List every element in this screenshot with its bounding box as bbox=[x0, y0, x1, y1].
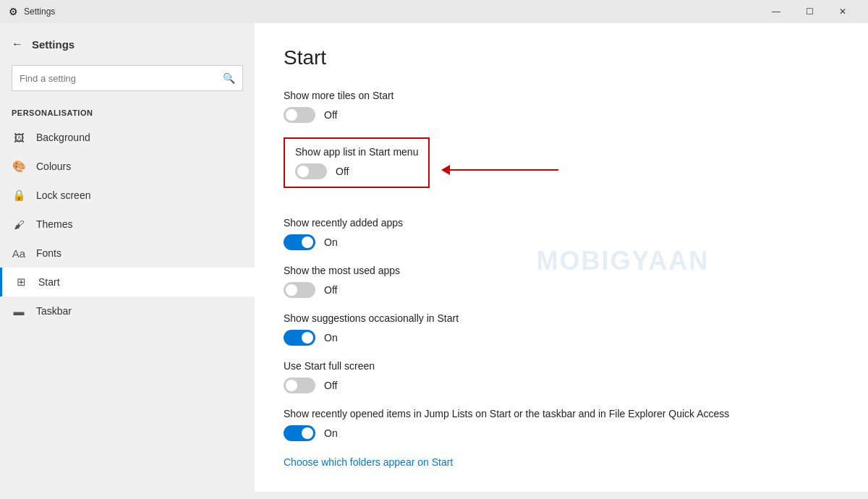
themes-icon: 🖌 bbox=[12, 217, 26, 231]
arrow-head bbox=[441, 165, 450, 175]
setting-row-most-used: Off bbox=[284, 282, 839, 298]
toggle-thumb-jump-lists bbox=[302, 427, 313, 439]
arrow-line bbox=[450, 169, 558, 171]
setting-wrapper-app-list: Show app list in Start menuOff bbox=[284, 137, 839, 202]
toggle-most-used[interactable] bbox=[284, 282, 315, 298]
background-label: Background bbox=[36, 132, 90, 143]
toggle-state-more-tiles: Off bbox=[324, 109, 337, 121]
setting-row-full-screen: Off bbox=[284, 378, 839, 393]
colours-label: Colours bbox=[36, 161, 71, 172]
toggle-suggestions[interactable] bbox=[284, 330, 315, 346]
toggle-state-recently-added: On bbox=[324, 236, 338, 248]
lock-screen-label: Lock screen bbox=[36, 189, 90, 201]
setting-item-more-tiles: Show more tiles on StartOff bbox=[284, 90, 839, 123]
themes-label: Themes bbox=[36, 218, 73, 230]
sidebar: ← Settings 🔍 Personalisation 🖼 Backgroun… bbox=[0, 23, 255, 499]
toggle-track-most-used bbox=[284, 282, 315, 298]
choose-folders-link[interactable]: Choose which folders appear on Start bbox=[284, 456, 453, 468]
setting-row-suggestions: On bbox=[284, 330, 839, 346]
toggle-thumb-more-tiles bbox=[286, 109, 297, 121]
sidebar-item-fonts[interactable]: Aa Fonts bbox=[0, 239, 255, 268]
maximize-button[interactable]: ☐ bbox=[793, 0, 826, 23]
setting-label-most-used: Show the most used apps bbox=[284, 265, 839, 276]
background-icon: 🖼 bbox=[12, 130, 26, 145]
taskbar-icon: ▬ bbox=[12, 304, 26, 318]
setting-item-most-used: Show the most used appsOff bbox=[284, 265, 839, 298]
toggle-track-suggestions bbox=[284, 330, 315, 346]
setting-row-recently-added: On bbox=[284, 234, 839, 250]
toggle-track-app-list bbox=[295, 163, 327, 179]
sidebar-item-taskbar[interactable]: ▬ Taskbar bbox=[0, 297, 255, 325]
setting-row-more-tiles: Off bbox=[284, 107, 839, 123]
setting-label-suggestions: Show suggestions occasionally in Start bbox=[284, 312, 839, 324]
toggle-more-tiles[interactable] bbox=[284, 107, 315, 123]
fonts-label: Fonts bbox=[36, 247, 61, 259]
start-icon: ⊞ bbox=[14, 275, 28, 289]
search-box[interactable]: 🔍 bbox=[12, 65, 243, 91]
sidebar-item-background[interactable]: 🖼 Background bbox=[0, 123, 255, 152]
settings-icon: ⚙ bbox=[9, 6, 18, 17]
toggle-jump-lists[interactable] bbox=[284, 425, 315, 441]
minimize-button[interactable]: — bbox=[760, 0, 793, 23]
main-content: Start Show more tiles on StartOffShow ap… bbox=[255, 23, 868, 492]
taskbar-label: Taskbar bbox=[36, 305, 72, 317]
toggle-full-screen[interactable] bbox=[284, 378, 315, 393]
close-button[interactable]: ✕ bbox=[826, 0, 859, 23]
annotation-arrow bbox=[441, 165, 558, 175]
section-title: Personalisation bbox=[0, 103, 255, 123]
toggle-thumb-suggestions bbox=[302, 332, 313, 344]
setting-highlight-box-app-list: Show app list in Start menuOff bbox=[284, 137, 430, 188]
page-title: Start bbox=[284, 46, 839, 69]
start-label: Start bbox=[38, 276, 60, 288]
setting-label-full-screen: Use Start full screen bbox=[284, 360, 839, 372]
setting-label-recently-added: Show recently added apps bbox=[284, 217, 839, 229]
title-bar-title: Settings bbox=[24, 7, 55, 17]
setting-label-jump-lists: Show recently opened items in Jump Lists… bbox=[284, 408, 839, 419]
search-input[interactable] bbox=[20, 73, 223, 84]
setting-item-jump-lists: Show recently opened items in Jump Lists… bbox=[284, 408, 839, 441]
sidebar-item-lock-screen[interactable]: 🔒 Lock screen bbox=[0, 181, 255, 210]
setting-label-more-tiles: Show more tiles on Start bbox=[284, 90, 839, 101]
setting-item-full-screen: Use Start full screenOff bbox=[284, 360, 839, 393]
toggle-state-suggestions: On bbox=[324, 332, 338, 344]
settings-list: Show more tiles on StartOffShow app list… bbox=[284, 90, 839, 441]
back-arrow-icon: ← bbox=[12, 38, 23, 51]
setting-row-jump-lists: On bbox=[284, 425, 839, 441]
nav-list: 🖼 Background 🎨 Colours 🔒 Lock screen 🖌 T… bbox=[0, 123, 255, 325]
sidebar-item-start[interactable]: ⊞ Start bbox=[0, 268, 255, 297]
toggle-thumb-app-list bbox=[297, 166, 309, 177]
app-container: ← Settings 🔍 Personalisation 🖼 Backgroun… bbox=[0, 23, 868, 499]
toggle-track-full-screen bbox=[284, 378, 315, 393]
title-bar-controls: — ☐ ✕ bbox=[760, 0, 859, 23]
setting-row-app-list: Off bbox=[295, 163, 418, 179]
toggle-state-app-list: Off bbox=[336, 166, 349, 177]
setting-label-app-list: Show app list in Start menu bbox=[295, 146, 418, 158]
setting-item-suggestions: Show suggestions occasionally in StartOn bbox=[284, 312, 839, 346]
toggle-thumb-full-screen bbox=[286, 380, 297, 391]
toggle-state-jump-lists: On bbox=[324, 427, 338, 439]
toggle-track-jump-lists bbox=[284, 425, 315, 441]
toggle-state-full-screen: Off bbox=[324, 380, 337, 391]
search-icon: 🔍 bbox=[223, 72, 235, 84]
toggle-thumb-recently-added bbox=[302, 236, 313, 248]
toggle-app-list[interactable] bbox=[295, 163, 327, 179]
main-wrapper: MOBIGYAAN Start Show more tiles on Start… bbox=[255, 23, 868, 499]
sidebar-app-title: Settings bbox=[32, 38, 75, 51]
title-bar-left: ⚙ Settings bbox=[9, 6, 55, 17]
toggle-track-recently-added bbox=[284, 234, 315, 250]
toggle-recently-added[interactable] bbox=[284, 234, 315, 250]
fonts-icon: Aa bbox=[12, 246, 26, 260]
colours-icon: 🎨 bbox=[12, 159, 26, 174]
lock-screen-icon: 🔒 bbox=[12, 188, 26, 202]
back-button[interactable]: ← Settings bbox=[0, 32, 255, 56]
title-bar: ⚙ Settings — ☐ ✕ bbox=[0, 0, 868, 23]
toggle-thumb-most-used bbox=[286, 284, 297, 296]
toggle-state-most-used: Off bbox=[324, 284, 337, 296]
setting-item-recently-added: Show recently added appsOn bbox=[284, 217, 839, 250]
toggle-track-more-tiles bbox=[284, 107, 315, 123]
sidebar-item-themes[interactable]: 🖌 Themes bbox=[0, 210, 255, 239]
sidebar-item-colours[interactable]: 🎨 Colours bbox=[0, 152, 255, 181]
